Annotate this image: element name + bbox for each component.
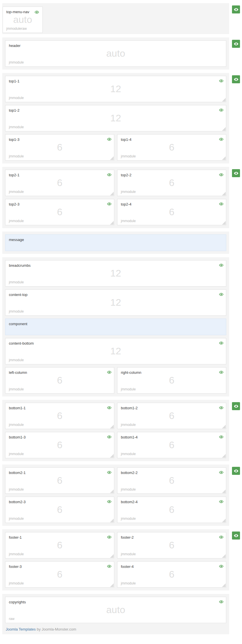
module-position-label: bottom1-1 bbox=[9, 406, 111, 410]
resize-handle-icon[interactable] bbox=[222, 98, 226, 102]
eye-icon bbox=[234, 42, 239, 46]
resize-handle-icon[interactable] bbox=[222, 127, 226, 131]
resize-handle-icon[interactable] bbox=[110, 192, 114, 195]
resize-handle-icon[interactable] bbox=[222, 554, 226, 558]
resize-handle-icon[interactable] bbox=[110, 554, 114, 558]
section-top1: top1-112jmmoduletop1-212jmmoduletop1-36j… bbox=[2, 73, 229, 163]
module-position-label: top1-2 bbox=[9, 108, 223, 112]
section-bottom2: bottom2-16jmmodulebottom2-26jmmodulebott… bbox=[2, 465, 229, 526]
module-row: left-column6jmmoduleright-column6jmmodul… bbox=[5, 367, 226, 394]
module-span-value: 6 bbox=[117, 142, 226, 153]
eye-icon[interactable] bbox=[35, 10, 39, 14]
eye-icon[interactable] bbox=[219, 79, 223, 83]
eye-icon[interactable] bbox=[107, 406, 111, 410]
resize-handle-icon[interactable] bbox=[110, 583, 114, 587]
resize-handle-icon[interactable] bbox=[110, 425, 114, 428]
resize-handle-icon[interactable] bbox=[222, 221, 226, 225]
module-type-label: jmmodule bbox=[121, 387, 136, 391]
module-position-label: top1-4 bbox=[121, 137, 223, 142]
eye-icon[interactable] bbox=[219, 435, 223, 439]
module-row: bottom2-36jmmodulebottom2-46jmmodule bbox=[5, 497, 226, 523]
module-position-bottom1-4: bottom1-46jmmodule bbox=[117, 432, 226, 458]
module-position-top1-1: top1-112jmmodule bbox=[5, 76, 226, 102]
eye-icon[interactable] bbox=[107, 202, 111, 206]
resize-handle-icon[interactable] bbox=[110, 221, 114, 225]
eye-icon bbox=[234, 469, 239, 473]
eye-icon[interactable] bbox=[107, 499, 111, 504]
visibility-toggle-button[interactable] bbox=[232, 40, 240, 48]
resize-handle-icon[interactable] bbox=[222, 156, 226, 160]
module-position-bottom2-1: bottom2-16jmmodule bbox=[5, 467, 114, 494]
eye-icon[interactable] bbox=[107, 564, 111, 568]
eye-icon[interactable] bbox=[219, 263, 223, 267]
module-position-label: bottom2-3 bbox=[9, 500, 111, 504]
eye-icon[interactable] bbox=[219, 108, 223, 112]
eye-icon[interactable] bbox=[219, 202, 223, 206]
module-span-value: 6 bbox=[117, 375, 226, 386]
module-row: top1-112jmmodule bbox=[5, 76, 226, 102]
module-position-footer-3: footer-36jmmodule bbox=[5, 561, 114, 588]
joomla-templates-link[interactable]: Joomla Templates bbox=[6, 627, 36, 631]
eye-icon bbox=[234, 7, 239, 12]
module-row: content-bottom12jmmodule bbox=[5, 338, 226, 364]
module-position-top2-3: top2-36jmmodule bbox=[5, 199, 114, 225]
resize-handle-icon[interactable] bbox=[222, 583, 226, 587]
resize-handle-icon[interactable] bbox=[110, 519, 114, 522]
module-type-label: jmmodule bbox=[9, 280, 24, 284]
resize-handle-icon[interactable] bbox=[222, 425, 226, 428]
eye-icon[interactable] bbox=[219, 564, 223, 568]
visibility-toggle-button[interactable] bbox=[232, 467, 240, 475]
module-position-header: headerautojmmodule bbox=[5, 40, 226, 67]
module-span-value: 12 bbox=[5, 83, 226, 94]
eye-icon[interactable] bbox=[219, 600, 223, 604]
eye-icon[interactable] bbox=[219, 173, 223, 177]
module-row: top1-212jmmodule bbox=[5, 105, 226, 131]
module-type-label: jmmodule bbox=[121, 190, 136, 194]
section-footer: footer-16jmmodulefooter-26jmmodulefooter… bbox=[2, 529, 229, 590]
module-type-label: jmmodule bbox=[9, 60, 24, 64]
module-position-label: bottom2-4 bbox=[121, 500, 223, 504]
visibility-toggle-button[interactable] bbox=[232, 402, 240, 410]
visibility-toggle-button[interactable] bbox=[232, 75, 240, 83]
module-type-label: jmmodule bbox=[9, 219, 24, 223]
eye-icon[interactable] bbox=[107, 137, 111, 141]
visibility-toggle-button[interactable] bbox=[232, 5, 240, 13]
eye-icon[interactable] bbox=[107, 435, 111, 439]
eye-icon[interactable] bbox=[219, 406, 223, 410]
module-type-label: jmmodule bbox=[121, 154, 136, 158]
eye-icon[interactable] bbox=[107, 470, 111, 475]
module-span-value: auto bbox=[5, 48, 226, 59]
resize-handle-icon[interactable] bbox=[110, 454, 114, 458]
module-type-label: jmmodule bbox=[9, 358, 24, 362]
resize-handle-icon[interactable] bbox=[110, 156, 114, 160]
section-main: breadcrumbs12jmmodulecontent-top12jmmodu… bbox=[2, 257, 229, 396]
visibility-toggle-button[interactable] bbox=[232, 532, 240, 540]
eye-icon[interactable] bbox=[107, 173, 111, 177]
module-span-value: 6 bbox=[117, 206, 226, 218]
eye-icon[interactable] bbox=[219, 535, 223, 539]
module-row: content-top12jmmodule bbox=[5, 289, 226, 316]
module-type-label: jmmodule bbox=[9, 487, 24, 491]
eye-icon[interactable] bbox=[219, 470, 223, 475]
eye-icon[interactable] bbox=[219, 370, 223, 374]
eye-icon[interactable] bbox=[107, 370, 111, 374]
module-position-top2-1: top2-16jmmodule bbox=[5, 170, 114, 196]
eye-icon[interactable] bbox=[219, 292, 223, 297]
module-span-value: auto bbox=[3, 14, 42, 25]
visibility-toggle-button[interactable] bbox=[232, 169, 240, 177]
module-type-label: raw bbox=[9, 617, 14, 621]
eye-icon[interactable] bbox=[219, 499, 223, 504]
resize-handle-icon[interactable] bbox=[110, 489, 114, 493]
eye-icon[interactable] bbox=[219, 137, 223, 141]
module-type-label: jmmodule bbox=[9, 125, 24, 129]
eye-icon[interactable] bbox=[219, 341, 223, 345]
resize-handle-icon[interactable] bbox=[222, 519, 226, 522]
resize-handle-icon[interactable] bbox=[222, 454, 226, 458]
eye-icon[interactable] bbox=[107, 535, 111, 539]
module-position-bottom1-2: bottom1-26jmmodule bbox=[117, 403, 226, 429]
resize-handle-icon[interactable] bbox=[222, 489, 226, 493]
resize-handle-icon[interactable] bbox=[222, 192, 226, 195]
module-position-label: right-column bbox=[121, 370, 223, 375]
module-position-bottom2-3: bottom2-36jmmodule bbox=[5, 497, 114, 523]
module-position-bottom1-1: bottom1-16jmmodule bbox=[5, 403, 114, 429]
